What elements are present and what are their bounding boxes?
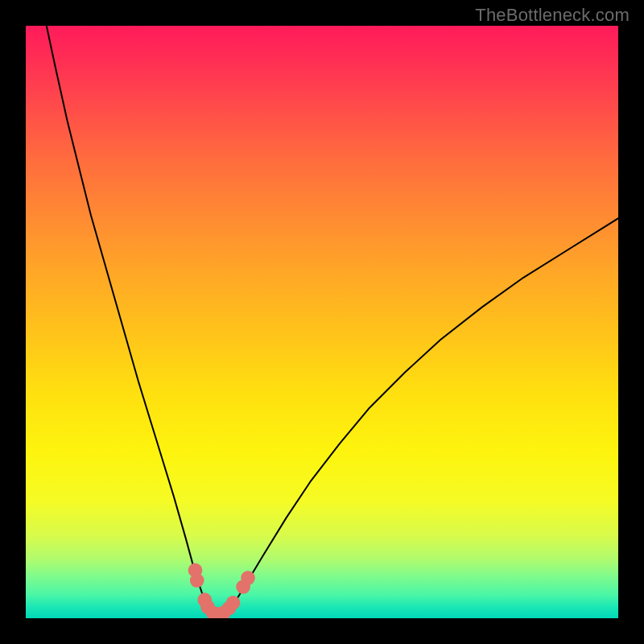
watermark-text: TheBottleneck.com (475, 5, 630, 26)
dot-left-upper-b (190, 573, 204, 588)
markers-group (188, 564, 255, 618)
chart-frame: TheBottleneck.com (0, 0, 644, 644)
dot-right-upper-b (241, 571, 255, 585)
dot-right-lower-b (226, 596, 241, 610)
series-group (47, 26, 618, 615)
curve-svg (26, 26, 618, 618)
series-left-branch (47, 26, 213, 614)
series-right-branch (225, 218, 618, 614)
plot-area (26, 26, 618, 618)
